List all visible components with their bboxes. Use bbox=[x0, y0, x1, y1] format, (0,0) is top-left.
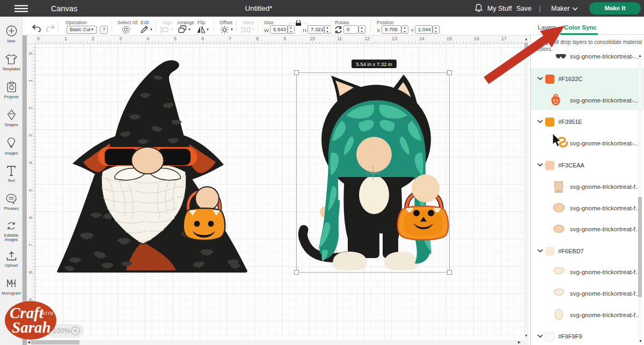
svg-text:5.54 in x 7.32 in: 5.54 in x 7.32 in bbox=[356, 61, 392, 67]
